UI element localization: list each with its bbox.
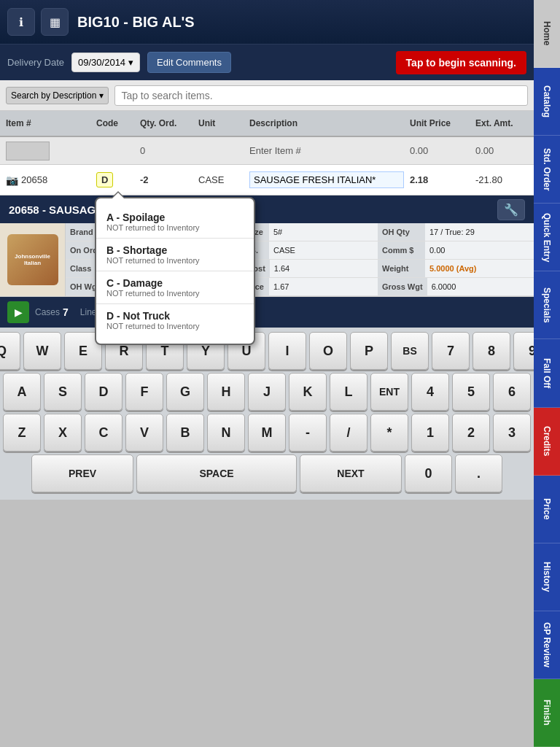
key-prev[interactable]: PREV [31, 454, 133, 492]
info-icon: ℹ [19, 15, 23, 29]
dropdown-item-a-title: A - Spoilage [106, 212, 244, 223]
key-5[interactable]: 5 [452, 373, 490, 411]
sidebar-tab-quick-entry[interactable]: Quick Entry [534, 204, 560, 271]
dropdown-item-a[interactable]: A - Spoilage NOT returned to Inventory [96, 206, 254, 239]
key-h[interactable]: H [207, 373, 245, 411]
key-1[interactable]: 1 [411, 414, 449, 452]
key-k[interactable]: K [289, 373, 327, 411]
key-q[interactable]: Q [0, 332, 20, 370]
dropdown-item-b[interactable]: B - Shortage NOT returned to Inventory [96, 239, 254, 271]
description-cell[interactable] [246, 171, 407, 188]
footer-bar: ▶ Cases 7 Lines 6 Est. Total $196.11 [0, 297, 534, 328]
comm-value: 0.00 [425, 246, 449, 255]
key-3[interactable]: 3 [493, 414, 531, 452]
sidebar-tab-finish[interactable]: Finish [534, 679, 560, 747]
info-col-3: OH Qty 17 / True: 29 Comm $ 0.00 Weight … [378, 223, 534, 296]
key-6[interactable]: 6 [493, 373, 531, 411]
key-star[interactable]: * [370, 414, 408, 452]
item-num-cell: 📷 20658 [3, 174, 93, 186]
comm-row: Comm $ 0.00 [378, 241, 534, 260]
play-button[interactable]: ▶ [7, 301, 29, 323]
dropdown-item-a-sub: NOT returned to Inventory [106, 223, 244, 232]
kb-row-1: Q W E R T Y U I O P BS 7 8 9 [3, 332, 531, 370]
key-b[interactable]: B [166, 414, 204, 452]
key-7[interactable]: 7 [432, 332, 470, 370]
key-n[interactable]: N [207, 414, 245, 452]
grid-icon-button[interactable]: ▦ [41, 8, 69, 36]
key-l[interactable]: L [330, 373, 368, 411]
key-8[interactable]: 8 [472, 332, 510, 370]
min-price-value: 1.67 [269, 282, 293, 291]
edit-comments-button[interactable]: Edit Comments [147, 52, 231, 73]
table-row: 📷 20658 D -2 CASE 2.18 -21.80 [0, 165, 534, 196]
weight-row: Weight 5.0000 (Avg) [378, 260, 534, 278]
oh-qty-row: OH Qty 17 / True: 29 [378, 223, 534, 241]
empty-item-cell [3, 142, 93, 160]
sidebar-tab-credits[interactable]: Credits [534, 408, 560, 476]
delivery-date-button[interactable]: 09/30/2014 ▾ [71, 53, 140, 72]
search-dropdown[interactable]: Search by Description ▾ [6, 87, 109, 104]
key-f[interactable]: F [125, 373, 163, 411]
key-p[interactable]: P [350, 332, 388, 370]
key-bs[interactable]: BS [391, 332, 429, 370]
base-cost-value: 1.64 [270, 264, 294, 273]
dropdown-arrow-icon: ▾ [99, 90, 104, 101]
col-header-qty: Qty. Ord. [137, 118, 195, 128]
key-space[interactable]: SPACE [136, 454, 297, 492]
wrench-button[interactable]: 🔧 [497, 199, 525, 220]
key-0[interactable]: 0 [405, 454, 452, 492]
key-dash[interactable]: - [289, 414, 327, 452]
key-a[interactable]: A [3, 373, 41, 411]
key-o[interactable]: O [309, 332, 347, 370]
key-z[interactable]: Z [3, 414, 41, 452]
dropdown-item-d-title: D - Not Truck [106, 310, 244, 322]
key-i[interactable]: I [268, 332, 306, 370]
key-m[interactable]: M [248, 414, 286, 452]
item-detail-header: 20658 - SAUSAGE FRESH ITALIAN* 🔧 [0, 196, 534, 223]
key-2[interactable]: 2 [452, 414, 490, 452]
key-d[interactable]: D [85, 373, 122, 411]
weight-value: 5.0000 (Avg) [425, 264, 481, 273]
dropdown-item-d-sub: NOT returned to Inventory [106, 322, 244, 330]
search-bar: Search by Description ▾ [0, 80, 534, 111]
sidebar-tab-fall-off[interactable]: Fall Off [534, 339, 560, 407]
dropdown-item-c[interactable]: C - Damage NOT returned to Inventory [96, 271, 254, 304]
key-v[interactable]: V [125, 414, 163, 452]
sidebar-tab-catalog[interactable]: Catalog [534, 68, 560, 136]
key-next[interactable]: NEXT [300, 454, 402, 492]
sidebar-tab-price[interactable]: Price [534, 476, 560, 543]
key-g[interactable]: G [166, 373, 204, 411]
key-4[interactable]: 4 [411, 373, 449, 411]
key-ent[interactable]: ENT [370, 373, 408, 411]
oh-qty-value: 17 / True: 29 [425, 228, 479, 236]
description-input[interactable] [249, 171, 404, 188]
header: ℹ ▦ BIG10 - BIG AL'S [0, 0, 534, 44]
pack-size-value: 5# [269, 228, 287, 236]
key-slash[interactable]: / [330, 414, 368, 452]
col-header-description: Description [246, 118, 407, 128]
key-w[interactable]: W [23, 332, 61, 370]
key-x[interactable]: X [44, 414, 82, 452]
qty-cell: -2 [137, 174, 195, 185]
key-dot[interactable]: . [455, 454, 502, 492]
sidebar-tab-gp-review[interactable]: GP Review [534, 611, 560, 679]
unit-cell: CASE [195, 174, 246, 185]
sidebar-tab-home[interactable]: Home [534, 0, 560, 68]
search-input[interactable] [114, 85, 528, 106]
key-s[interactable]: S [44, 373, 82, 411]
sidebar-tab-specials[interactable]: Specials [534, 271, 560, 339]
kb-row-3: Z X C V B N M - / * 1 2 3 [3, 414, 531, 452]
sidebar-tab-history[interactable]: History [534, 543, 560, 611]
scan-button[interactable]: Tap to begin scanning. [396, 51, 526, 74]
info-icon-button[interactable]: ℹ [7, 8, 35, 36]
delivery-label: Delivery Date [7, 57, 64, 68]
code-cell[interactable]: D [93, 174, 137, 185]
empty-desc-cell: Enter Item # [246, 145, 407, 156]
unit-price-cell: 2.18 [407, 174, 472, 185]
sidebar-tab-std-order[interactable]: Std. Order [534, 136, 560, 204]
key-c[interactable]: C [85, 414, 122, 452]
key-j[interactable]: J [248, 373, 286, 411]
dropdown-item-d[interactable]: D - Not Truck NOT returned to Inventory [96, 304, 254, 336]
code-badge[interactable]: D [96, 172, 113, 187]
empty-ext-amt-cell: 0.00 [472, 145, 531, 156]
